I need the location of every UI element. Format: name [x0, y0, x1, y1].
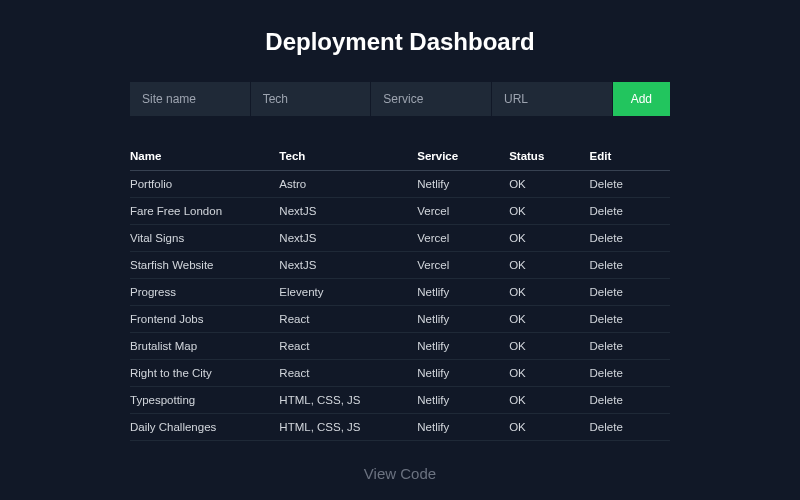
page-title: Deployment Dashboard	[130, 28, 670, 56]
cell-status: OK	[509, 333, 589, 360]
tech-input[interactable]	[251, 82, 372, 116]
cell-status: OK	[509, 360, 589, 387]
delete-button[interactable]: Delete	[590, 178, 623, 190]
cell-tech: Eleventy	[279, 279, 417, 306]
cell-tech: NextJS	[279, 252, 417, 279]
cell-tech: React	[279, 306, 417, 333]
table-row: Vital SignsNextJSVercelOKDelete	[130, 225, 670, 252]
cell-name: Frontend Jobs	[130, 306, 279, 333]
cell-name: Vital Signs	[130, 225, 279, 252]
delete-button[interactable]: Delete	[590, 394, 623, 406]
delete-button[interactable]: Delete	[590, 205, 623, 217]
header-tech: Tech	[279, 142, 417, 171]
header-service: Service	[417, 142, 509, 171]
delete-button[interactable]: Delete	[590, 232, 623, 244]
table-row: Right to the CityReactNetlifyOKDelete	[130, 360, 670, 387]
cell-service: Vercel	[417, 252, 509, 279]
cell-tech: NextJS	[279, 225, 417, 252]
cell-status: OK	[509, 225, 589, 252]
cell-tech: HTML, CSS, JS	[279, 387, 417, 414]
cell-service: Netlify	[417, 414, 509, 441]
table-row: Frontend JobsReactNetlifyOKDelete	[130, 306, 670, 333]
cell-name: Portfolio	[130, 171, 279, 198]
table-row: TypespottingHTML, CSS, JSNetlifyOKDelete	[130, 387, 670, 414]
header-status: Status	[509, 142, 589, 171]
cell-name: Daily Challenges	[130, 414, 279, 441]
url-input[interactable]	[492, 82, 613, 116]
cell-name: Typespotting	[130, 387, 279, 414]
add-button[interactable]: Add	[613, 82, 670, 116]
cell-status: OK	[509, 387, 589, 414]
table-row: ProgressEleventyNetlifyOKDelete	[130, 279, 670, 306]
table-row: Brutalist MapReactNetlifyOKDelete	[130, 333, 670, 360]
cell-status: OK	[509, 198, 589, 225]
table-row: PortfolioAstroNetlifyOKDelete	[130, 171, 670, 198]
cell-tech: Astro	[279, 171, 417, 198]
table-row: Starfish WebsiteNextJSVercelOKDelete	[130, 252, 670, 279]
cell-name: Fare Free London	[130, 198, 279, 225]
delete-button[interactable]: Delete	[590, 313, 623, 325]
header-name: Name	[130, 142, 279, 171]
cell-status: OK	[509, 252, 589, 279]
delete-button[interactable]: Delete	[590, 367, 623, 379]
site-name-input[interactable]	[130, 82, 251, 116]
delete-button[interactable]: Delete	[590, 421, 623, 433]
delete-button[interactable]: Delete	[590, 259, 623, 271]
table-row: Daily ChallengesHTML, CSS, JSNetlifyOKDe…	[130, 414, 670, 441]
view-code-link[interactable]: View Code	[364, 465, 436, 482]
cell-name: Progress	[130, 279, 279, 306]
cell-tech: HTML, CSS, JS	[279, 414, 417, 441]
deployments-table: Name Tech Service Status Edit PortfolioA…	[130, 142, 670, 441]
cell-tech: NextJS	[279, 198, 417, 225]
cell-status: OK	[509, 279, 589, 306]
cell-name: Brutalist Map	[130, 333, 279, 360]
header-edit: Edit	[590, 142, 670, 171]
cell-service: Netlify	[417, 171, 509, 198]
add-site-form: Add	[130, 82, 670, 116]
footer: View Code	[130, 465, 670, 483]
cell-service: Netlify	[417, 387, 509, 414]
service-input[interactable]	[371, 82, 492, 116]
cell-status: OK	[509, 414, 589, 441]
cell-tech: React	[279, 333, 417, 360]
cell-status: OK	[509, 171, 589, 198]
cell-name: Right to the City	[130, 360, 279, 387]
cell-status: OK	[509, 306, 589, 333]
cell-service: Netlify	[417, 279, 509, 306]
table-row: Fare Free LondonNextJSVercelOKDelete	[130, 198, 670, 225]
cell-service: Netlify	[417, 360, 509, 387]
cell-service: Vercel	[417, 198, 509, 225]
cell-service: Netlify	[417, 306, 509, 333]
cell-tech: React	[279, 360, 417, 387]
cell-name: Starfish Website	[130, 252, 279, 279]
delete-button[interactable]: Delete	[590, 286, 623, 298]
cell-service: Netlify	[417, 333, 509, 360]
delete-button[interactable]: Delete	[590, 340, 623, 352]
cell-service: Vercel	[417, 225, 509, 252]
